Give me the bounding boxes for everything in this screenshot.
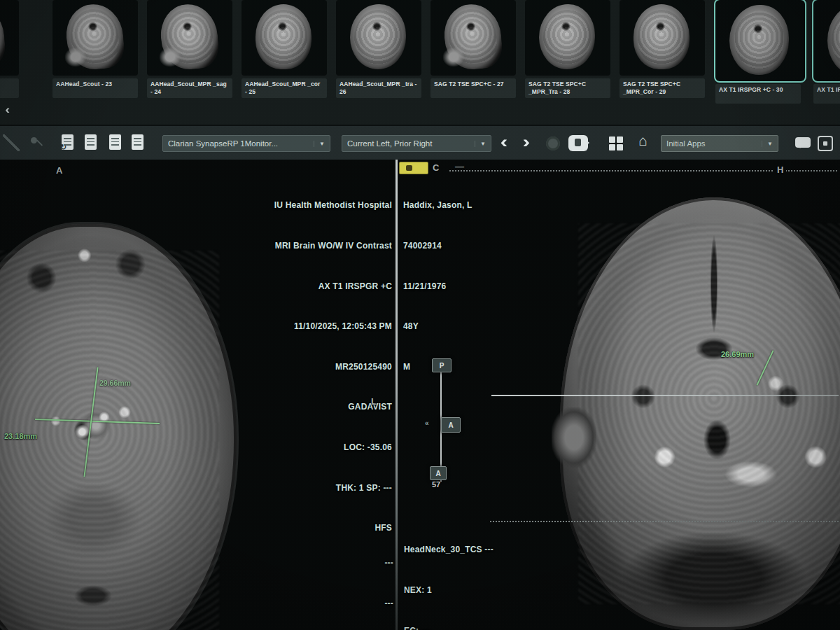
slider-anterior-marker: A (430, 466, 447, 480)
orientation-marker-left: L (371, 396, 377, 407)
toolbar: ↻ Clarian SynapseRP 1Monitor... ▼ Curren… (0, 125, 840, 162)
brain-scan-thumb (255, 4, 312, 69)
chevron-down-icon: ▼ (314, 141, 325, 147)
chat-icon[interactable] (795, 137, 811, 148)
orientation-marker-head: H (774, 164, 786, 175)
series-thumbnail[interactable]: AAHead_Scout_MPR _tra - 26 (336, 0, 421, 119)
home-icon[interactable]: ⌂ (638, 133, 648, 148)
hanging-protocol-value: Current Left, Prior Right (347, 139, 432, 148)
thumbnail-image (813, 0, 840, 81)
thumbnail-label: AAHead_Scout - 23 (52, 78, 138, 98)
slider-posterior-marker: P (432, 358, 451, 372)
thumbnail-image (336, 0, 421, 76)
series-thumbnail[interactable]: AAHead_Scout - 23 (52, 0, 138, 119)
workstation-preset-dropdown[interactable]: Clarian SynapseRP 1Monitor... ▼ (162, 135, 330, 152)
coronal-texture (578, 223, 840, 604)
series-thumbnail[interactable]: SAG T2 TSE SPC+C - 27 (430, 0, 516, 119)
thumbnail-image (0, 0, 19, 76)
series-thumbnail[interactable]: SAG T2 TSE SPC+C _MPR_Tra - 28 (525, 0, 610, 119)
thumbnail-label: AAHead_Scout_MPR _sag - 24 (147, 78, 232, 98)
thumbnail-strip: - 22 AAHead_Scout - 23 AAHead_Scout_MPR … (0, 0, 840, 125)
brain-scan-thumb (0, 2, 6, 72)
thumbnail-image (715, 0, 805, 81)
thumbnail-image (430, 0, 516, 76)
hanging-protocol-dropdown[interactable]: Current Left, Prior Right ▼ (342, 135, 491, 152)
coronal-brain-mri (560, 197, 840, 630)
slice-position-line (491, 395, 839, 396)
copy-documents-icon[interactable] (109, 134, 121, 150)
thumbnail-label: SAG T2 TSE SPC+C - 27 (430, 78, 516, 98)
thumbnail-label: AAHead_Scout_MPR _cor - 25 (241, 78, 327, 98)
thumbnail-image (525, 0, 610, 76)
export-document-icon[interactable]: ↻ (62, 134, 74, 150)
measurement-label[interactable]: 29.66mm (99, 379, 131, 387)
series-thumbnail[interactable]: - 22 (0, 0, 19, 119)
measurement-label[interactable]: 23.18mm (4, 432, 37, 440)
slice-slider-handle[interactable]: A (441, 417, 461, 433)
apps-dropdown[interactable]: Initial Apps ▼ (661, 135, 778, 152)
brain-scan-thumb (64, 2, 125, 72)
pacs-viewer: - 22 AAHead_Scout - 23 AAHead_Scout_MPR … (0, 0, 840, 630)
measurement-label[interactable]: 26.69mm (721, 350, 754, 358)
focus-frame-icon[interactable] (818, 136, 833, 151)
series-thumbnail[interactable]: SAG T2 TSE SPC+C _MPR_Cor - 29 (620, 0, 705, 119)
thumbnail-label: SAG T2 TSE SPC+C _MPR_Cor - 29 (620, 78, 705, 98)
brain-scan-thumb (539, 4, 596, 69)
refresh-badge-icon: ↻ (60, 143, 66, 152)
layout-grid-icon[interactable] (609, 136, 623, 150)
apps-dropdown-value: Initial Apps (666, 139, 706, 148)
series-thumbnail[interactable]: AAHead_Scout_MPR _sag - 24 (147, 0, 232, 119)
series-thumbnail[interactable]: AX T1 IRSPGR +C_M (813, 0, 840, 119)
slice-number: 57 (432, 480, 440, 489)
slider-handle-arrow: « (425, 419, 429, 427)
thumbnail-label: SAG T2 TSE SPC+C _MPR_Tra - 28 (525, 78, 610, 98)
thumbnail-label: - 22 (0, 78, 19, 98)
scout-reference-line-bottom (490, 521, 839, 522)
study-overlay-text: IU Health Methodist Hospital MRI Brain W… (140, 172, 392, 562)
brain-scan-thumb (827, 5, 840, 75)
brain-scan-thumb (158, 2, 220, 72)
pin-tool-icon[interactable] (31, 137, 37, 144)
brain-scan-thumb (350, 4, 407, 69)
notes-document-icon[interactable] (132, 134, 144, 150)
measure-tool-icon[interactable] (3, 134, 20, 151)
chevron-down-icon: ▼ (762, 141, 773, 147)
thumbnail-label: AAHead_Scout_MPR _tra - 26 (336, 78, 421, 98)
active-viewport-marker (399, 162, 428, 174)
series-thumbnail[interactable]: AAHead_Scout_MPR _cor - 25 (241, 0, 327, 119)
chevron-down-icon: ▼ (475, 141, 486, 147)
compare-marker: C (433, 162, 439, 173)
thumbnail-image (147, 0, 232, 76)
enhancing-lesion (62, 392, 130, 458)
previous-button[interactable]: ‹ (500, 134, 508, 150)
thumbnail-image (241, 0, 327, 76)
thumbnail-label: AX T1 IRSPGR +C - 30 (715, 84, 801, 104)
left-viewport[interactable]: A L IU Health Methodist Hospital MRI Bra… (0, 160, 396, 630)
brain-scan-thumb (729, 5, 788, 75)
stack-scroll-icon[interactable] (568, 135, 588, 151)
orientation-marker-anterior: A (56, 165, 62, 176)
sequence-overlay-text: HeadNeck_30_TCS --- NEX: 1 EC: --- GE FA… (404, 517, 493, 630)
report-document-icon[interactable] (85, 134, 97, 150)
right-viewport[interactable]: C — H Haddix, Jason, L 74002914 11/21/19… (398, 160, 840, 630)
workstation-preset-value: Clarian SynapseRP 1Monitor... (168, 139, 278, 148)
thumbnail-image (52, 0, 138, 76)
technique-overlay-text: --- --- MR1 Z: 2.41 C: 280 W: 625 DFOV: … (182, 530, 393, 630)
next-button[interactable]: › (523, 134, 531, 150)
sync-icon[interactable] (546, 136, 560, 150)
dash-marker: — (455, 161, 464, 172)
series-thumbnail-selected[interactable]: AX T1 IRSPGR +C - 30 (715, 0, 805, 119)
brain-scan-thumb (442, 2, 503, 72)
brain-scan-thumb (634, 4, 690, 69)
thumbnail-label: AX T1 IRSPGR +C_M (813, 84, 840, 104)
thumbnail-image (620, 0, 705, 76)
ear (552, 407, 596, 468)
thumbnail-scroll-left-icon[interactable]: ‹ (5, 104, 10, 116)
